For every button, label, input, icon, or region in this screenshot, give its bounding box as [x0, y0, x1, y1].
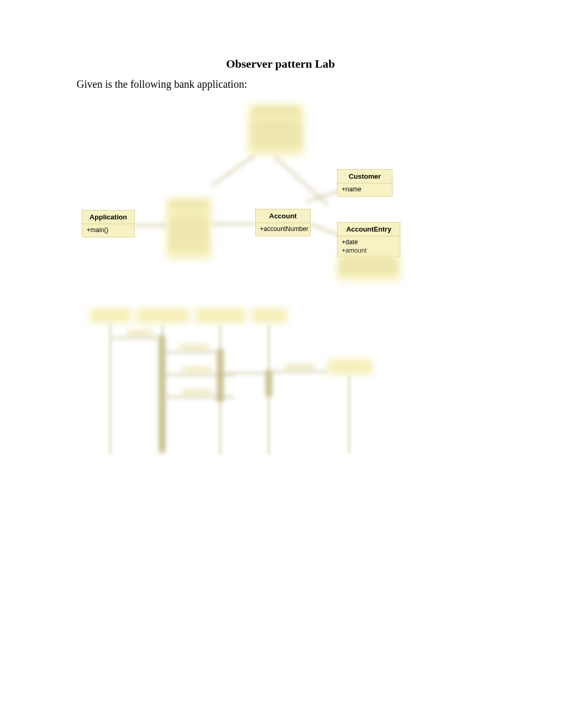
seq-actor-blurred — [195, 308, 246, 323]
class-title: AccountEntry — [338, 223, 400, 236]
class-attributes: +accountNumber — [256, 223, 310, 236]
seq-actor-blurred — [90, 308, 131, 323]
seq-lifeline — [349, 375, 350, 454]
class-application: Application +main() — [82, 210, 135, 237]
seq-label-blurred — [182, 368, 211, 372]
class-attributes: +name — [338, 183, 392, 196]
class-methods: +main() — [82, 224, 134, 237]
blurred-content — [170, 227, 207, 232]
uml-diagram: Application +main() Account +accountNumb… — [74, 100, 486, 471]
intro-text: Given is the following bank application: — [77, 78, 247, 90]
seq-arrow — [112, 337, 160, 338]
blurred-content — [170, 219, 207, 224]
class-title: Customer — [338, 170, 392, 183]
class-attribute: +amount — [342, 247, 396, 255]
seq-label-blurred — [182, 390, 211, 394]
seq-label-blurred — [180, 345, 209, 349]
connector-line — [212, 223, 255, 225]
blurred-content — [253, 131, 300, 136]
seq-arrow — [225, 373, 267, 374]
class-title: Application — [82, 210, 134, 224]
seq-activation — [266, 370, 272, 397]
page-title: Observer pattern Lab — [0, 57, 561, 71]
class-title: Account — [256, 209, 310, 223]
blurred-content — [170, 235, 207, 239]
class-account: Account +accountNumber — [255, 209, 311, 236]
connector-line — [211, 155, 255, 187]
seq-actor-blurred — [253, 308, 287, 323]
blurred-content — [254, 108, 298, 114]
seq-actor-blurred — [136, 308, 189, 323]
blurred-content — [341, 259, 396, 264]
blurred-content — [253, 140, 300, 145]
seq-activation — [217, 349, 223, 402]
blurred-content — [341, 267, 396, 272]
seq-label-blurred — [285, 365, 314, 369]
seq-lifeline — [110, 325, 111, 455]
class-customer: Customer +name — [337, 169, 392, 197]
class-account-entry: AccountEntry +date +amount — [337, 222, 400, 257]
seq-activation — [159, 336, 165, 452]
seq-arrow — [166, 397, 234, 398]
seq-arrow — [166, 374, 234, 375]
seq-arrow — [272, 371, 328, 372]
class-attribute: +date — [342, 238, 396, 247]
connector-line — [135, 225, 166, 226]
blurred-content — [170, 243, 207, 247]
seq-arrow — [166, 352, 217, 353]
seq-actor-blurred — [328, 360, 372, 374]
blurred-content — [253, 123, 300, 128]
blurred-content — [170, 202, 207, 206]
seq-label-blurred — [127, 331, 153, 335]
